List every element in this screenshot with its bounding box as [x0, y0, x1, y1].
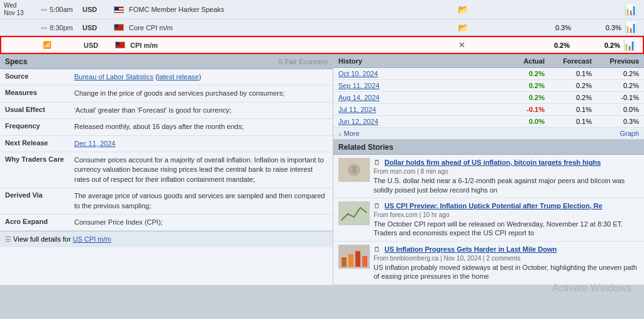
previous-col-header: Previous: [592, 57, 639, 65]
story-content: 🗒 US Inflation Progress Gets Harder in L…: [374, 245, 639, 281]
story-text: The October CPI report will be released …: [374, 220, 639, 238]
related-title: Related Stories: [338, 143, 393, 152]
spec-label-frequency: Frequency: [5, 122, 74, 130]
spec-label-acro-expand: Acro Expand: [5, 218, 74, 225]
windows-watermark: Activate Windows: [552, 283, 631, 294]
story-icon: 🗒: [374, 202, 380, 210]
story-title-link[interactable]: 🗒 US CPI Preview: Inflation Uptick Poten…: [374, 201, 639, 210]
spec-row-next-release: Next Release Dec 11, 2024: [0, 136, 333, 152]
history-date: Aug 14, 2024: [338, 94, 497, 101]
event-currency: USD: [82, 6, 114, 13]
history-date-link[interactable]: Sep 11, 2024: [338, 82, 379, 89]
us-cpi-link[interactable]: US CPI m/m: [73, 235, 111, 243]
spec-value-frequency: Released monthly, about 16 days after th…: [74, 122, 328, 132]
story-thumbnail: [338, 201, 370, 225]
spec-row-measures: Measures Change in the price of goods an…: [0, 86, 333, 102]
graph-link[interactable]: Graph: [619, 130, 639, 137]
right-panel: History Actual Forecast Previous Oct 10,…: [333, 54, 644, 285]
spec-row-acro-expand: Acro Expand Consumer Price Index (CPI);: [0, 215, 333, 231]
history-footer: ↓ More Graph: [333, 128, 644, 139]
svg-rect-6: [348, 254, 353, 267]
svg-rect-7: [355, 251, 360, 267]
actual-col-header: Actual: [497, 57, 545, 65]
story-meta: From bnnbloomberg.ca | Nov 10, 2024 | 2 …: [374, 255, 639, 262]
story-text: US inflation probably moved sideways at …: [374, 263, 639, 281]
story-content: 🗒 Dollar holds firm ahead of US inflatio…: [374, 158, 639, 194]
svg-rect-8: [362, 256, 367, 267]
story-item: 🗒 US CPI Preview: Inflation Uptick Poten…: [333, 198, 644, 242]
event-rows-container: Wed Nov 13 ▸▸ 5:00am USD FOMC Member Har…: [0, 0, 644, 54]
history-date-link[interactable]: Jun 12, 2024: [338, 118, 379, 125]
history-previous: 0.2%: [592, 82, 639, 89]
history-actual: -0.1%: [497, 106, 545, 113]
specs-title: Specs: [5, 57, 27, 66]
forecast-col-header: Forecast: [545, 57, 592, 65]
spec-label-source: Source: [5, 72, 74, 80]
spec-value-usual-effect: 'Actual' greater than 'Forecast' is good…: [74, 106, 328, 115]
event-row-corecpi: ▸▸ 8:30pm USD Core CPI m/m 📂 0.3% 0.3% 📊: [0, 20, 644, 36]
story-meta: From forex.com | 10 hr ago: [374, 211, 639, 218]
event-forecast: 0.3%: [521, 24, 571, 31]
history-section: History Actual Forecast Previous Oct 10,…: [333, 55, 644, 140]
spec-label-usual-effect: Usual Effect: [5, 106, 74, 113]
event-name: CPI m/m: [130, 42, 454, 49]
main-content: Specs © Fair Economy Source Bureau of La…: [0, 54, 644, 285]
history-date-link[interactable]: Jul 11, 2024: [338, 106, 376, 113]
story-meta: From msn.com | 8 min ago: [374, 168, 639, 175]
history-previous: -0.1%: [592, 94, 639, 101]
chart-button[interactable]: 📊: [621, 21, 640, 33]
close-icon[interactable]: ✕: [454, 40, 469, 50]
history-previous: 0.2%: [592, 70, 639, 77]
event-previous: 0.3%: [571, 24, 621, 31]
related-section: Related Stories $ 🗒 Dollar holds firm ah…: [333, 140, 644, 285]
history-row: Sep 11, 2024 0.2% 0.2% 0.2%: [333, 80, 644, 92]
history-header: History Actual Forecast Previous: [333, 55, 644, 68]
story-item: $ 🗒 Dollar holds firm ahead of US inflat…: [333, 155, 644, 198]
story-title-link[interactable]: 🗒 US Inflation Progress Gets Harder in L…: [374, 245, 639, 254]
bell-icon: ▸▸: [42, 6, 48, 13]
event-time: ▸▸ 8:30pm: [42, 24, 82, 31]
more-link[interactable]: ↓ More: [338, 130, 360, 137]
spec-value-measures: Change in the price of goods and service…: [74, 89, 328, 98]
event-related-icon: 📂: [455, 4, 470, 14]
bls-link[interactable]: Bureau of Labor Statistics: [74, 73, 153, 81]
spec-value-why-traders: Consumer prices account for a majority o…: [74, 155, 328, 184]
history-forecast: 0.2%: [545, 94, 592, 101]
spec-value-acro-expand: Consumer Price Index (CPI);: [74, 218, 328, 227]
story-icon: 🗒: [374, 245, 380, 253]
spec-value-derived-via: The average price of various goods and s…: [74, 191, 328, 211]
history-date-link[interactable]: Aug 14, 2024: [338, 94, 379, 101]
history-date-link[interactable]: Oct 10, 2024: [338, 70, 378, 77]
history-actual: 0.2%: [497, 70, 545, 77]
history-actual: 0.2%: [497, 94, 545, 101]
event-currency: USD: [84, 42, 115, 49]
history-col-header: History: [338, 57, 497, 65]
specs-header: Specs © Fair Economy: [0, 55, 333, 69]
event-time: ▸▸ 5:00am: [42, 6, 82, 13]
story-icon: 🗒: [374, 159, 380, 166]
wifi-icon: 📶: [43, 41, 52, 49]
svg-rect-5: [341, 257, 347, 267]
story-title-link[interactable]: 🗒 Dollar holds firm ahead of US inflatio…: [374, 158, 639, 167]
svg-rect-3: [338, 201, 370, 225]
chart-button[interactable]: 📊: [620, 39, 639, 51]
fair-economy-label: © Fair Economy: [278, 58, 328, 65]
history-forecast: 0.1%: [545, 118, 592, 125]
story-content: 🗒 US CPI Preview: Inflation Uptick Poten…: [374, 201, 639, 238]
event-name: Core CPI m/m: [129, 24, 455, 31]
event-flag: [115, 42, 130, 48]
chart-button[interactable]: 📊: [621, 4, 640, 16]
latest-release-link[interactable]: latest release: [158, 73, 199, 81]
history-actual: 0.2%: [497, 82, 545, 89]
event-flag: [114, 24, 129, 31]
event-name: FOMC Member Harker Speaks: [129, 6, 455, 13]
spec-row-source: Source Bureau of Labor Statistics (lates…: [0, 69, 333, 86]
history-row: Oct 10, 2024 0.2% 0.1% 0.2%: [333, 68, 644, 80]
history-row: Jun 12, 2024 0.0% 0.1% 0.3%: [333, 116, 644, 128]
event-forecast: 0.2%: [519, 42, 570, 49]
history-row: Aug 14, 2024 0.2% 0.2% -0.1%: [333, 92, 644, 104]
next-release-link[interactable]: Dec 11, 2024: [74, 140, 115, 147]
history-forecast: 0.1%: [545, 106, 592, 113]
event-currency: USD: [82, 24, 114, 31]
event-related-icon: 📂: [455, 23, 470, 33]
